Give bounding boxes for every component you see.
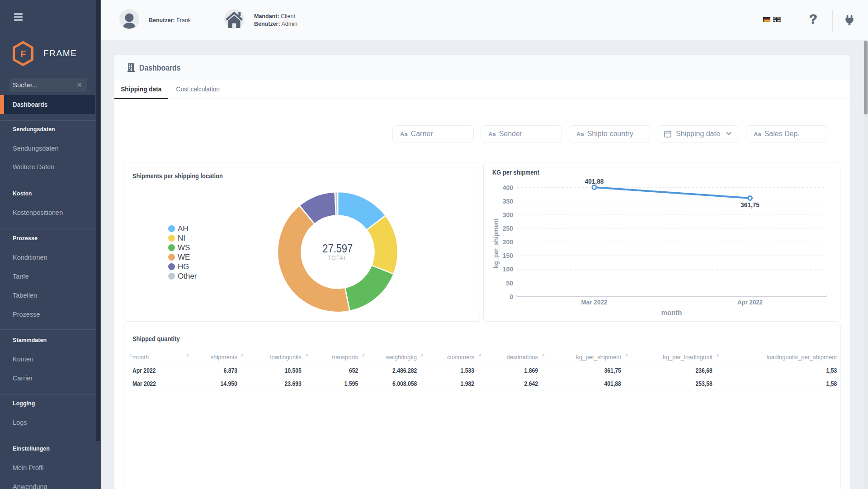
svg-text:kg_per_shipment: kg_per_shipment (492, 218, 500, 268)
svg-text:300: 300 (503, 211, 514, 218)
svg-text:100: 100 (503, 266, 514, 273)
svg-text:350: 350 (503, 198, 514, 205)
svg-text:361,75: 361,75 (741, 201, 760, 209)
svg-text:Apr 2022: Apr 2022 (737, 298, 763, 306)
svg-text:250: 250 (503, 225, 514, 232)
svg-text:month: month (661, 309, 682, 317)
svg-text:Mar 2022: Mar 2022 (581, 298, 608, 306)
svg-text:150: 150 (503, 252, 514, 259)
svg-text:400: 400 (503, 184, 514, 191)
svg-text:200: 200 (503, 238, 514, 246)
svg-text:50: 50 (506, 280, 513, 287)
svg-text:F: F (20, 49, 26, 59)
svg-text:0: 0 (509, 293, 513, 300)
svg-text:401,88: 401,88 (585, 177, 604, 185)
